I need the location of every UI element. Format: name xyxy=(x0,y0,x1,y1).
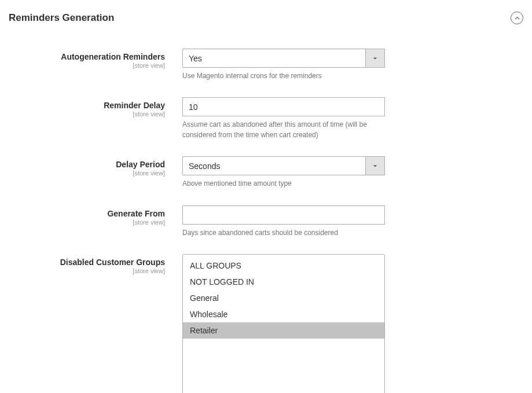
field-disabled-customer-groups: Disabled Customer Groups [store view] AL… xyxy=(9,254,523,393)
list-item[interactable]: NOT LOGGED IN xyxy=(183,274,384,290)
field-hint: Above mentioned time amount type xyxy=(182,179,385,189)
field-generate-from: Generate From [store view] Days since ab… xyxy=(9,205,523,238)
label-col: Autogeneration Reminders [store view] xyxy=(9,49,182,69)
value-col: ALL GROUPSNOT LOGGED INGeneralWholesaleR… xyxy=(182,254,391,393)
chevron-up-icon xyxy=(515,16,520,21)
field-scope: [store view] xyxy=(9,170,165,177)
field-scope: [store view] xyxy=(9,111,165,117)
dropdown-arrow xyxy=(365,49,384,67)
label-col: Disabled Customer Groups [store view] xyxy=(9,254,182,274)
list-item[interactable]: ALL GROUPS xyxy=(183,258,384,274)
select-value: Seconds xyxy=(183,157,365,175)
chevron-down-icon xyxy=(373,56,377,61)
value-col: Yes Use Magento internal crons for the r… xyxy=(182,49,391,81)
list-item[interactable]: Retailer xyxy=(183,322,384,339)
label-col: Generate From [store view] xyxy=(9,205,182,226)
field-label: Reminder Delay xyxy=(9,101,165,110)
section-header: Reminders Generation xyxy=(9,12,523,31)
field-label: Generate From xyxy=(9,209,165,218)
generate-from-input[interactable] xyxy=(182,205,385,225)
autogeneration-select[interactable]: Yes xyxy=(182,49,385,68)
label-col: Reminder Delay [store view] xyxy=(9,97,182,117)
select-value: Yes xyxy=(183,49,365,67)
field-scope: [store view] xyxy=(9,267,165,274)
reminder-delay-input[interactable] xyxy=(182,97,385,116)
field-hint: Use Magento internal crons for the remin… xyxy=(182,71,385,81)
list-item[interactable]: General xyxy=(183,290,384,306)
field-label: Autogeneration Reminders xyxy=(9,52,165,61)
label-col: Delay Period [store view] xyxy=(9,156,182,177)
field-hint: Assume cart as abandoned after this amou… xyxy=(182,120,385,140)
section-title: Reminders Generation xyxy=(9,12,114,24)
disabled-groups-multiselect[interactable]: ALL GROUPSNOT LOGGED INGeneralWholesaleR… xyxy=(182,254,385,393)
chevron-down-icon xyxy=(373,164,377,168)
field-label: Disabled Customer Groups xyxy=(9,258,165,267)
field-label: Delay Period xyxy=(9,160,165,169)
field-scope: [store view] xyxy=(9,219,165,226)
field-autogeneration-reminders: Autogeneration Reminders [store view] Ye… xyxy=(9,49,523,81)
dropdown-arrow xyxy=(365,157,384,175)
collapse-toggle[interactable] xyxy=(511,12,523,24)
field-scope: [store view] xyxy=(9,62,165,69)
config-section: Reminders Generation Autogeneration Remi… xyxy=(0,0,532,393)
value-col: Seconds Above mentioned time amount type xyxy=(182,156,391,189)
field-delay-period: Delay Period [store view] Seconds Above … xyxy=(9,156,523,189)
field-hint: Days since abandoned carts should be con… xyxy=(182,228,385,238)
value-col: Days since abandoned carts should be con… xyxy=(182,205,391,238)
field-reminder-delay: Reminder Delay [store view] Assume cart … xyxy=(9,97,523,140)
value-col: Assume cart as abandoned after this amou… xyxy=(182,97,391,140)
list-item[interactable]: Wholesale xyxy=(183,306,384,322)
delay-period-select[interactable]: Seconds xyxy=(182,156,385,175)
